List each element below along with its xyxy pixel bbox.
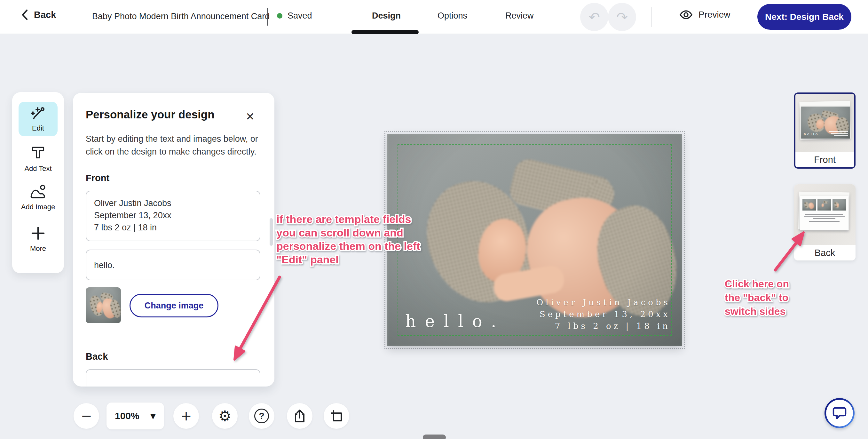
chevron-left-icon: [21, 9, 28, 21]
sidebar-item-label: Add Image: [12, 203, 64, 211]
back-text-field[interactable]: [86, 369, 260, 386]
back-section-label: Back: [86, 351, 108, 362]
front-greeting-field[interactable]: hello.: [86, 250, 260, 280]
back-label: Back: [34, 9, 56, 20]
annotation-edit-panel: if there are template fields you can scr…: [276, 212, 420, 266]
sidebar-item-label: Edit: [32, 124, 44, 133]
title-divider: [267, 8, 268, 26]
tool-rail: Edit Add Text Add Image More: [12, 92, 64, 273]
caret-down-icon: ▼: [150, 412, 156, 420]
mini-back-text-lines: [803, 214, 845, 222]
text-icon: [30, 144, 46, 160]
front-greeting-field-value: hello.: [94, 259, 115, 271]
saved-label: Saved: [287, 11, 312, 21]
front-side-thumbnail[interactable]: hello. Front: [794, 92, 856, 169]
front-text-field[interactable]: Oliver Justin Jacobs September 13, 20xx …: [86, 191, 260, 241]
save-status: Saved: [277, 11, 312, 21]
preview-button[interactable]: Preview: [679, 9, 731, 20]
plus-icon: [31, 226, 45, 241]
card-details-text[interactable]: Oliver Justin Jacobs September 13, 20xx …: [536, 297, 670, 332]
minus-icon: −: [81, 409, 92, 423]
help-button[interactable]: ?: [249, 403, 274, 429]
sidebar-item-edit[interactable]: Edit: [19, 102, 58, 136]
zoom-level-value: 100%: [115, 411, 140, 421]
mini-greeting-text: hello.: [804, 132, 821, 136]
share-icon: [293, 409, 306, 423]
front-image-thumbnail[interactable]: [86, 287, 121, 323]
share-button[interactable]: [287, 403, 312, 429]
mini-front-card: hello.: [801, 107, 850, 139]
back-thumbnail-label: Back: [794, 245, 856, 260]
sidebar-item-label: More: [12, 244, 64, 253]
arrow-to-back-thumb: [775, 242, 797, 270]
preview-label: Preview: [699, 9, 731, 20]
close-icon: ✕: [246, 110, 255, 123]
active-tab-underline: [351, 30, 418, 34]
next-design-back-button[interactable]: Next: Design Back: [757, 4, 851, 30]
document-title: Baby Photo Modern Birth Announcement Car…: [92, 11, 270, 22]
undo-button[interactable]: ↶: [580, 3, 608, 31]
zoom-level-dropdown[interactable]: 100% ▼: [106, 403, 164, 430]
front-thumbnail-label: Front: [796, 152, 854, 167]
tab-options[interactable]: Options: [437, 11, 467, 21]
tab-design[interactable]: Design: [372, 11, 401, 21]
settings-button[interactable]: ⚙: [212, 403, 238, 429]
sidebar-item-more[interactable]: More: [12, 226, 64, 253]
magic-pencil-icon: [30, 106, 46, 122]
toolbar-divider: [651, 7, 652, 27]
card-greeting-text[interactable]: hello.: [405, 312, 505, 331]
front-section-label: Front: [86, 173, 110, 183]
sidebar-item-add-text[interactable]: Add Text: [12, 144, 64, 173]
card-design-canvas[interactable]: hello. Oliver Justin Jacobs September 13…: [387, 134, 682, 346]
back-thumbnail-scene: [794, 184, 856, 245]
undo-icon: ↶: [588, 9, 600, 25]
plus-icon: +: [180, 409, 192, 423]
back-side-thumbnail[interactable]: Back: [794, 184, 856, 260]
personalize-panel: Personalize your design ✕ Start by editi…: [73, 93, 274, 386]
zoom-out-button[interactable]: −: [73, 403, 99, 429]
resize-design-button[interactable]: [324, 403, 349, 429]
gear-icon: ⚙: [218, 407, 231, 425]
panel-scrollbar[interactable]: [270, 218, 273, 246]
front-thumbnail-scene: hello.: [796, 94, 854, 154]
design-editor: Back Baby Photo Modern Birth Announcemen…: [0, 0, 868, 439]
mini-back-card: [800, 196, 848, 230]
top-bar: Back Baby Photo Modern Birth Announcemen…: [0, 0, 868, 34]
chat-launcher-button[interactable]: [825, 398, 855, 428]
front-text-field-value: Oliver Justin Jacobs September 13, 20xx …: [94, 197, 172, 234]
close-panel-button[interactable]: ✕: [242, 109, 258, 124]
annotation-switch-sides: Click here on the "back" to switch sides: [725, 277, 789, 318]
image-icon: [29, 184, 47, 199]
sidebar-item-label: Add Text: [12, 165, 64, 173]
eye-icon: [679, 10, 693, 20]
redo-button[interactable]: ↷: [608, 3, 636, 31]
saved-dot-icon: [277, 13, 282, 19]
baby-photo-small: [86, 287, 121, 323]
tab-review[interactable]: Review: [505, 11, 534, 21]
crop-resize-icon: [330, 409, 343, 423]
zoom-in-button[interactable]: +: [173, 403, 199, 429]
horizontal-scrollbar-thumb[interactable]: [423, 435, 446, 439]
redo-icon: ↷: [616, 9, 627, 25]
change-image-button[interactable]: Change image: [129, 294, 218, 317]
question-icon: ?: [254, 409, 269, 423]
back-button[interactable]: Back: [21, 9, 56, 21]
sidebar-item-add-image[interactable]: Add Image: [12, 184, 64, 211]
chat-bubble-icon: [832, 406, 847, 420]
panel-description: Start by editing the text and images bel…: [86, 133, 265, 158]
panel-title: Personalize your design: [86, 108, 215, 121]
mini-details-lines: [829, 131, 848, 136]
